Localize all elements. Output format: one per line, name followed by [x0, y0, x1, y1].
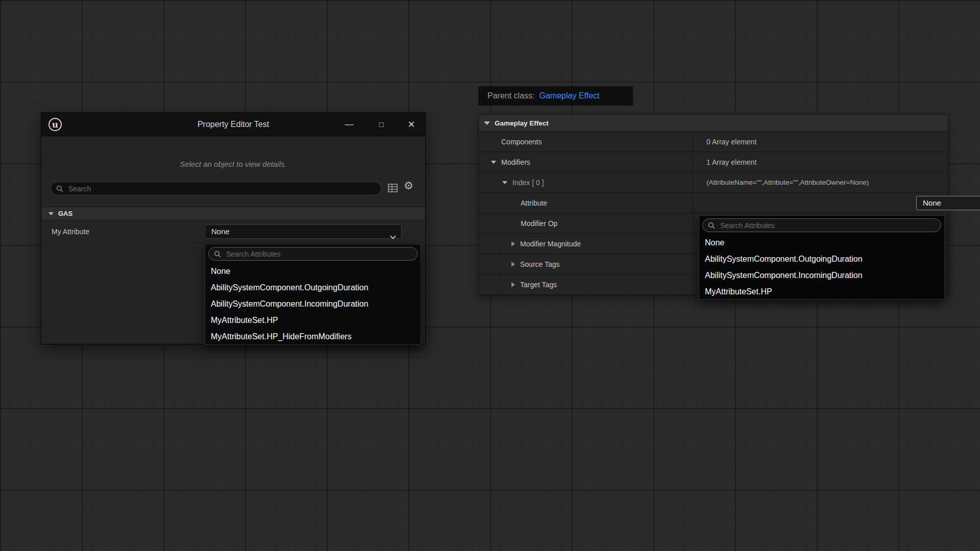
- window-title: Property Editor Test: [41, 113, 425, 136]
- empty-selection-hint: Select an object to view details.: [41, 160, 425, 168]
- parent-class-bar: Parent class: Gameplay Effect: [478, 86, 633, 106]
- property-value-cell: None: [205, 220, 425, 243]
- property-row-my-attribute: My Attribute None: [41, 220, 425, 243]
- attribute-picker-dropdown: None AbilitySystemComponent.OutgoingDura…: [205, 244, 421, 345]
- category-gas[interactable]: GAS: [41, 207, 425, 220]
- attribute-combobox[interactable]: None: [916, 196, 980, 210]
- parent-class-label: Parent class:: [487, 91, 534, 101]
- row-label: Target Tags: [520, 281, 557, 289]
- dropdown-item[interactable]: MyAttributeSet.HP: [205, 312, 421, 329]
- row-modifiers: Modifiers 1 Array element: [479, 152, 948, 172]
- expander-down-icon[interactable]: [491, 161, 496, 164]
- row-attribute: Attribute None: [479, 193, 948, 213]
- chevron-down-icon: [390, 230, 396, 243]
- dropdown-item[interactable]: AbilitySystemComponent.IncomingDuration: [699, 267, 944, 284]
- search-icon: [214, 251, 221, 258]
- minimize-button[interactable]: —: [337, 113, 361, 136]
- row-label: Modifier Op: [521, 219, 557, 228]
- dropdown-search-input[interactable]: [225, 249, 412, 259]
- dropdown-search-box[interactable]: [208, 247, 418, 261]
- dropdown-search-input[interactable]: [719, 221, 936, 230]
- array-count: 0 Array element: [706, 138, 756, 146]
- struct-preview: (AttributeName="",Attribute="",Attribute…: [706, 179, 869, 186]
- view-options-icon[interactable]: [388, 184, 398, 194]
- dropdown-item[interactable]: AbilitySystemComponent.IncomingDuration: [205, 296, 421, 312]
- dropdown-search-box[interactable]: [702, 218, 941, 232]
- combobox-value: None: [923, 198, 941, 207]
- my-attribute-combobox[interactable]: None: [205, 224, 402, 239]
- combobox-value: None: [211, 227, 230, 236]
- row-index-0: Index [ 0 ] (AttributeName="",Attribute=…: [479, 172, 948, 193]
- expander-right-icon[interactable]: [511, 241, 515, 246]
- row-label: Attribute: [521, 199, 547, 207]
- expander-right-icon[interactable]: [511, 262, 515, 267]
- category-label: GAS: [58, 210, 72, 217]
- dropdown-item[interactable]: MyAttributeSet.HP: [699, 284, 944, 300]
- close-button[interactable]: ✕: [400, 113, 423, 136]
- expander-down-icon[interactable]: [502, 181, 507, 184]
- row-label: Components: [479, 138, 542, 146]
- row-label: Source Tags: [520, 260, 560, 268]
- property-editor-window: u Property Editor Test — □ ✕ Select an o…: [41, 112, 426, 344]
- array-count: 1 Array element: [706, 158, 756, 166]
- dropdown-item[interactable]: None: [699, 235, 944, 251]
- dropdown-item[interactable]: AbilitySystemComponent.OutgoingDuration: [699, 251, 944, 267]
- category-label: Gameplay Effect: [495, 119, 549, 127]
- parent-class-link[interactable]: Gameplay Effect: [539, 91, 599, 101]
- search-box[interactable]: [51, 182, 381, 195]
- search-icon: [56, 185, 63, 192]
- expander-right-icon[interactable]: [511, 282, 515, 287]
- dropdown-item[interactable]: MyAttributeSet.HP_HideFromModifiers: [205, 329, 421, 345]
- attribute-picker-dropdown: None AbilitySystemComponent.OutgoingDura…: [699, 215, 945, 299]
- search-input[interactable]: [67, 184, 376, 193]
- row-label: Index [ 0 ]: [512, 179, 544, 187]
- maximize-button[interactable]: □: [370, 113, 393, 136]
- window-titlebar[interactable]: u Property Editor Test — □ ✕: [41, 113, 425, 136]
- expander-down-icon: [48, 212, 54, 215]
- details-panel: Gameplay Effect Components 0 Array eleme…: [478, 114, 948, 295]
- row-components: Components 0 Array element: [479, 132, 948, 152]
- desktop-grid-background: u Property Editor Test — □ ✕ Select an o…: [0, 0, 980, 551]
- dropdown-item[interactable]: None: [205, 263, 421, 280]
- property-label: My Attribute: [41, 220, 205, 243]
- expander-down-icon: [484, 121, 490, 125]
- settings-gear-icon[interactable]: ⚙: [404, 180, 413, 192]
- row-label: Modifier Magnitude: [520, 240, 581, 248]
- category-gameplay-effect[interactable]: Gameplay Effect: [479, 115, 948, 132]
- search-icon: [708, 222, 715, 229]
- row-label: Modifiers: [501, 158, 530, 166]
- dropdown-item[interactable]: AbilitySystemComponent.OutgoingDuration: [205, 280, 421, 296]
